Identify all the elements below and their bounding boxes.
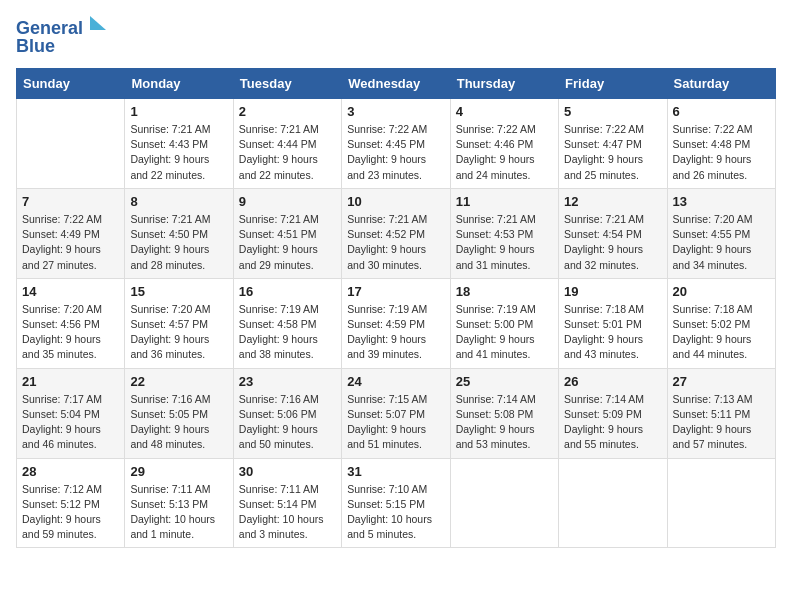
calendar-cell: 14Sunrise: 7:20 AMSunset: 4:56 PMDayligh… xyxy=(17,278,125,368)
day-info: Sunrise: 7:12 AMSunset: 5:12 PMDaylight:… xyxy=(22,482,119,543)
calendar-cell: 27Sunrise: 7:13 AMSunset: 5:11 PMDayligh… xyxy=(667,368,775,458)
calendar-cell: 23Sunrise: 7:16 AMSunset: 5:06 PMDayligh… xyxy=(233,368,341,458)
calendar-week-row: 14Sunrise: 7:20 AMSunset: 4:56 PMDayligh… xyxy=(17,278,776,368)
day-number: 23 xyxy=(239,374,336,389)
calendar-week-row: 1Sunrise: 7:21 AMSunset: 4:43 PMDaylight… xyxy=(17,99,776,189)
day-number: 14 xyxy=(22,284,119,299)
calendar-cell: 1Sunrise: 7:21 AMSunset: 4:43 PMDaylight… xyxy=(125,99,233,189)
day-number: 26 xyxy=(564,374,661,389)
day-info: Sunrise: 7:22 AMSunset: 4:46 PMDaylight:… xyxy=(456,122,553,183)
weekday-header: Saturday xyxy=(667,69,775,99)
day-info: Sunrise: 7:21 AMSunset: 4:44 PMDaylight:… xyxy=(239,122,336,183)
day-number: 16 xyxy=(239,284,336,299)
day-info: Sunrise: 7:22 AMSunset: 4:47 PMDaylight:… xyxy=(564,122,661,183)
day-number: 2 xyxy=(239,104,336,119)
day-number: 5 xyxy=(564,104,661,119)
day-info: Sunrise: 7:20 AMSunset: 4:56 PMDaylight:… xyxy=(22,302,119,363)
day-info: Sunrise: 7:19 AMSunset: 5:00 PMDaylight:… xyxy=(456,302,553,363)
day-number: 8 xyxy=(130,194,227,209)
day-number: 1 xyxy=(130,104,227,119)
calendar-cell: 30Sunrise: 7:11 AMSunset: 5:14 PMDayligh… xyxy=(233,458,341,548)
calendar-cell: 22Sunrise: 7:16 AMSunset: 5:05 PMDayligh… xyxy=(125,368,233,458)
svg-marker-2 xyxy=(90,16,106,30)
weekday-header: Monday xyxy=(125,69,233,99)
calendar-cell xyxy=(17,99,125,189)
day-info: Sunrise: 7:22 AMSunset: 4:49 PMDaylight:… xyxy=(22,212,119,273)
calendar-cell xyxy=(667,458,775,548)
calendar-week-row: 28Sunrise: 7:12 AMSunset: 5:12 PMDayligh… xyxy=(17,458,776,548)
day-number: 29 xyxy=(130,464,227,479)
day-number: 13 xyxy=(673,194,770,209)
calendar-cell: 24Sunrise: 7:15 AMSunset: 5:07 PMDayligh… xyxy=(342,368,450,458)
calendar-cell: 6Sunrise: 7:22 AMSunset: 4:48 PMDaylight… xyxy=(667,99,775,189)
day-number: 24 xyxy=(347,374,444,389)
page-header: General Blue xyxy=(16,16,776,58)
calendar-cell: 21Sunrise: 7:17 AMSunset: 5:04 PMDayligh… xyxy=(17,368,125,458)
day-number: 4 xyxy=(456,104,553,119)
day-info: Sunrise: 7:10 AMSunset: 5:15 PMDaylight:… xyxy=(347,482,444,543)
day-number: 10 xyxy=(347,194,444,209)
weekday-header: Sunday xyxy=(17,69,125,99)
calendar-cell: 17Sunrise: 7:19 AMSunset: 4:59 PMDayligh… xyxy=(342,278,450,368)
day-info: Sunrise: 7:18 AMSunset: 5:01 PMDaylight:… xyxy=(564,302,661,363)
day-number: 12 xyxy=(564,194,661,209)
weekday-header: Wednesday xyxy=(342,69,450,99)
calendar-cell: 31Sunrise: 7:10 AMSunset: 5:15 PMDayligh… xyxy=(342,458,450,548)
calendar-cell: 4Sunrise: 7:22 AMSunset: 4:46 PMDaylight… xyxy=(450,99,558,189)
weekday-header: Friday xyxy=(559,69,667,99)
day-number: 6 xyxy=(673,104,770,119)
day-info: Sunrise: 7:22 AMSunset: 4:45 PMDaylight:… xyxy=(347,122,444,183)
calendar-cell: 2Sunrise: 7:21 AMSunset: 4:44 PMDaylight… xyxy=(233,99,341,189)
calendar-cell: 28Sunrise: 7:12 AMSunset: 5:12 PMDayligh… xyxy=(17,458,125,548)
day-number: 15 xyxy=(130,284,227,299)
calendar-cell: 10Sunrise: 7:21 AMSunset: 4:52 PMDayligh… xyxy=(342,188,450,278)
day-info: Sunrise: 7:21 AMSunset: 4:51 PMDaylight:… xyxy=(239,212,336,273)
calendar-cell: 16Sunrise: 7:19 AMSunset: 4:58 PMDayligh… xyxy=(233,278,341,368)
calendar-week-row: 21Sunrise: 7:17 AMSunset: 5:04 PMDayligh… xyxy=(17,368,776,458)
day-info: Sunrise: 7:21 AMSunset: 4:53 PMDaylight:… xyxy=(456,212,553,273)
calendar-cell: 12Sunrise: 7:21 AMSunset: 4:54 PMDayligh… xyxy=(559,188,667,278)
calendar-cell: 26Sunrise: 7:14 AMSunset: 5:09 PMDayligh… xyxy=(559,368,667,458)
day-number: 7 xyxy=(22,194,119,209)
svg-text:General: General xyxy=(16,18,83,38)
calendar-cell xyxy=(559,458,667,548)
day-info: Sunrise: 7:15 AMSunset: 5:07 PMDaylight:… xyxy=(347,392,444,453)
day-info: Sunrise: 7:19 AMSunset: 4:58 PMDaylight:… xyxy=(239,302,336,363)
day-number: 21 xyxy=(22,374,119,389)
calendar-cell: 9Sunrise: 7:21 AMSunset: 4:51 PMDaylight… xyxy=(233,188,341,278)
day-number: 18 xyxy=(456,284,553,299)
day-info: Sunrise: 7:21 AMSunset: 4:43 PMDaylight:… xyxy=(130,122,227,183)
svg-text:Blue: Blue xyxy=(16,36,55,56)
calendar-cell xyxy=(450,458,558,548)
day-info: Sunrise: 7:18 AMSunset: 5:02 PMDaylight:… xyxy=(673,302,770,363)
logo: General Blue xyxy=(16,16,106,58)
day-number: 28 xyxy=(22,464,119,479)
calendar-cell: 8Sunrise: 7:21 AMSunset: 4:50 PMDaylight… xyxy=(125,188,233,278)
day-number: 25 xyxy=(456,374,553,389)
calendar-cell: 13Sunrise: 7:20 AMSunset: 4:55 PMDayligh… xyxy=(667,188,775,278)
day-number: 30 xyxy=(239,464,336,479)
day-info: Sunrise: 7:14 AMSunset: 5:09 PMDaylight:… xyxy=(564,392,661,453)
day-info: Sunrise: 7:20 AMSunset: 4:57 PMDaylight:… xyxy=(130,302,227,363)
calendar-header-row: SundayMondayTuesdayWednesdayThursdayFrid… xyxy=(17,69,776,99)
day-info: Sunrise: 7:21 AMSunset: 4:52 PMDaylight:… xyxy=(347,212,444,273)
day-info: Sunrise: 7:19 AMSunset: 4:59 PMDaylight:… xyxy=(347,302,444,363)
day-number: 27 xyxy=(673,374,770,389)
weekday-header: Thursday xyxy=(450,69,558,99)
day-info: Sunrise: 7:17 AMSunset: 5:04 PMDaylight:… xyxy=(22,392,119,453)
day-number: 3 xyxy=(347,104,444,119)
day-info: Sunrise: 7:11 AMSunset: 5:13 PMDaylight:… xyxy=(130,482,227,543)
logo-svg: General Blue xyxy=(16,16,106,58)
day-info: Sunrise: 7:22 AMSunset: 4:48 PMDaylight:… xyxy=(673,122,770,183)
calendar-cell: 7Sunrise: 7:22 AMSunset: 4:49 PMDaylight… xyxy=(17,188,125,278)
day-info: Sunrise: 7:16 AMSunset: 5:06 PMDaylight:… xyxy=(239,392,336,453)
calendar-week-row: 7Sunrise: 7:22 AMSunset: 4:49 PMDaylight… xyxy=(17,188,776,278)
day-number: 20 xyxy=(673,284,770,299)
day-info: Sunrise: 7:16 AMSunset: 5:05 PMDaylight:… xyxy=(130,392,227,453)
calendar-cell: 15Sunrise: 7:20 AMSunset: 4:57 PMDayligh… xyxy=(125,278,233,368)
day-info: Sunrise: 7:21 AMSunset: 4:54 PMDaylight:… xyxy=(564,212,661,273)
day-info: Sunrise: 7:13 AMSunset: 5:11 PMDaylight:… xyxy=(673,392,770,453)
day-number: 11 xyxy=(456,194,553,209)
calendar-cell: 19Sunrise: 7:18 AMSunset: 5:01 PMDayligh… xyxy=(559,278,667,368)
calendar-cell: 20Sunrise: 7:18 AMSunset: 5:02 PMDayligh… xyxy=(667,278,775,368)
